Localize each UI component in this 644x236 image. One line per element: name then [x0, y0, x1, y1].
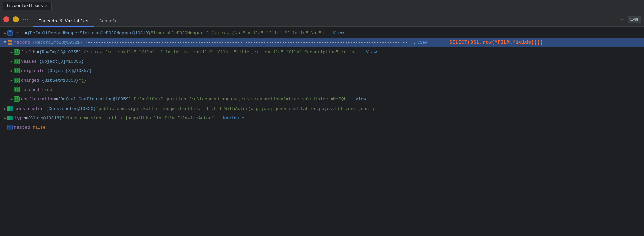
chevron-icon: ▶ — [9, 97, 14, 101]
table-row[interactable]: ▶ {} configuration = {DefaultConfigurati… — [0, 94, 644, 104]
table-row[interactable]: ▶ {} this = {DefaultRecordMapper$Immutab… — [0, 28, 644, 38]
chevron-icon: ▶ — [9, 78, 14, 83]
constructor-icon — [7, 106, 13, 111]
table-row[interactable]: ▶ {} fetched = true — [0, 85, 644, 94]
add-watch-button[interactable]: + — [620, 16, 624, 23]
view-link[interactable]: View — [333, 31, 344, 36]
table-row[interactable]: ▶ {} originals = {Object[3]@10357} — [0, 66, 644, 76]
tab-bar: ts.contextLoads × — [0, 0, 644, 12]
table-row[interactable]: ▶ {} fields = {RowImpl3@10355} "(\n row … — [0, 47, 644, 57]
svg-rect-0 — [8, 40, 10, 42]
chevron-icon: ▶ — [3, 107, 7, 111]
svg-rect-2 — [8, 43, 10, 45]
svg-rect-1 — [10, 40, 12, 42]
view-link[interactable]: View — [356, 97, 366, 102]
yellow-circle-button[interactable] — [13, 16, 19, 22]
tab-threads-variables[interactable]: Threads & Variables — [33, 17, 94, 26]
toolbar: ⋯ Threads & Variables Console + Eval — [0, 12, 644, 27]
table-row[interactable]: ▼ record = {RecordImpl3@10321} "+-------… — [0, 38, 644, 47]
type-icon: {} — [14, 87, 20, 92]
chevron-icon: ▶ — [3, 31, 7, 35]
type-icon: {} — [14, 96, 20, 102]
number-icon: 1 — [7, 125, 13, 130]
active-tab[interactable]: ts.contextLoads × — [3, 2, 52, 10]
chevron-icon: ▶ — [9, 69, 14, 73]
tab-title: ts.contextLoads — [7, 4, 43, 8]
chevron-icon: ▶ — [3, 116, 7, 120]
table-row[interactable]: ▶ {} values = {Object[3]@10356} — [0, 57, 644, 66]
svg-rect-3 — [10, 43, 12, 45]
tab-console[interactable]: Console — [94, 17, 123, 26]
nav-tabs: Threads & Variables Console — [33, 12, 617, 26]
table-row[interactable]: ▶ constructor = {Constructor@10320} "pub… — [0, 104, 644, 113]
type-icon: {} — [7, 30, 13, 36]
table-row[interactable]: ▶ type = {Class@10318} "class com.sight.… — [0, 113, 644, 123]
type-class-icon — [7, 116, 13, 120]
record-icon — [7, 40, 13, 45]
type-icon: {} — [14, 59, 20, 64]
type-icon: {} — [14, 68, 20, 73]
chevron-icon: ▶ — [9, 59, 14, 64]
more-options-button[interactable]: ⋯ — [22, 16, 29, 23]
chevron-expanded-icon: ▼ — [3, 40, 7, 45]
chevron-icon: ▶ — [9, 50, 14, 54]
view-link[interactable]: View — [417, 40, 428, 45]
table-row[interactable]: ▶ 1 nested = false — [0, 123, 644, 132]
type-icon: {} — [14, 78, 20, 83]
type-icon: {} — [14, 49, 20, 55]
navigate-link[interactable]: Navigate — [223, 116, 244, 121]
eval-button[interactable]: Eval — [628, 16, 641, 23]
red-circle-button[interactable] — [3, 16, 9, 22]
table-row[interactable]: ▶ {} changed = {BitSet@10358} "{}" — [0, 76, 644, 85]
view-link[interactable]: View — [366, 50, 377, 55]
tab-close-button[interactable]: × — [45, 4, 47, 8]
variables-tree: ▶ {} this = {DefaultRecordMapper$Immutab… — [0, 27, 644, 236]
